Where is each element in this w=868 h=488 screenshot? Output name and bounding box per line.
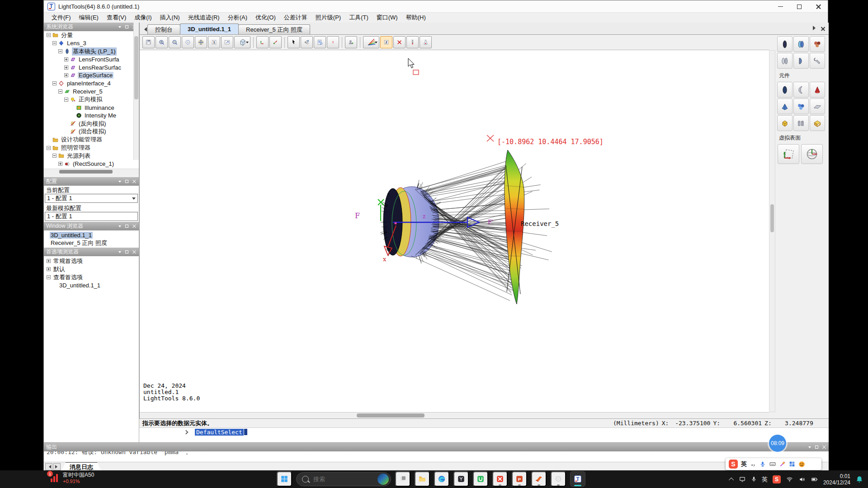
expander-minus-icon[interactable]: [52, 41, 57, 45]
component-box[interactable]: [810, 115, 825, 131]
expander-minus-icon[interactable]: [47, 33, 51, 37]
tool-solid-spheres[interactable]: [810, 36, 825, 52]
tool-asphere[interactable]: [793, 53, 809, 69]
menu-tolerance[interactable]: 公差计算: [280, 13, 311, 22]
zoom-actual-button[interactable]: 1: [208, 36, 220, 48]
dummy-sphere-tool[interactable]: [801, 144, 823, 164]
panel-close-button[interactable]: [821, 444, 827, 450]
menu-optimization[interactable]: 优化(O): [251, 13, 280, 22]
menu-help[interactable]: 帮助(H): [402, 13, 430, 22]
keyboard-icon[interactable]: [769, 461, 776, 467]
select-button[interactable]: [288, 36, 300, 48]
component-lens[interactable]: [777, 82, 793, 98]
matlab-button[interactable]: [531, 471, 547, 487]
component-cube[interactable]: [777, 115, 793, 131]
menu-insert[interactable]: 插入(N): [156, 13, 184, 22]
panel-close-button[interactable]: [131, 178, 137, 185]
volume-icon[interactable]: [798, 476, 806, 483]
notification-bell-icon[interactable]: [855, 475, 863, 483]
tool-utilities[interactable]: [810, 53, 825, 69]
expander-plus-icon[interactable]: [47, 267, 51, 271]
tool-lens-pair[interactable]: [777, 53, 793, 69]
close-button[interactable]: [809, 0, 828, 13]
dark-app-button[interactable]: [453, 471, 469, 487]
tree-item-lighting-manager[interactable]: 照明管理器: [44, 144, 139, 152]
panel-pin-button[interactable]: [123, 24, 130, 30]
fit-view-button[interactable]: [221, 36, 233, 48]
component-cylinders[interactable]: [793, 115, 809, 131]
stock-widget[interactable]: 1 富时中国A50 +0.91%: [50, 472, 94, 484]
tab-scroll-left-button[interactable]: [141, 26, 147, 33]
menu-analysis[interactable]: 分析(A): [224, 13, 251, 22]
menu-photorealistic[interactable]: 照片级(P): [311, 13, 345, 22]
tree-item-lens-front-surface[interactable]: LensFrontSurfa: [44, 55, 139, 63]
tree-item-lens-rear-surface[interactable]: LensRearSurfac: [44, 63, 139, 71]
panel-close-button[interactable]: [131, 249, 137, 255]
skin-wand-icon[interactable]: [779, 461, 786, 467]
microphone-icon[interactable]: [760, 461, 766, 467]
menu-imaging[interactable]: 成像(I): [130, 13, 156, 22]
file-explorer-button[interactable]: [415, 471, 430, 487]
menu-file[interactable]: 文件(F): [47, 13, 75, 22]
monitor-icon[interactable]: [739, 476, 746, 483]
panel-pin-button[interactable]: [123, 178, 130, 185]
view-3d-button[interactable]: [234, 36, 250, 48]
close-tab-button[interactable]: [821, 27, 825, 31]
tree-item-design-feature-manager[interactable]: 设计功能管理器: [44, 136, 139, 144]
component-plane[interactable]: [810, 99, 825, 114]
component-prism[interactable]: [777, 99, 793, 114]
powerpoint-button[interactable]: P: [512, 471, 527, 487]
tab-3d-view[interactable]: 3D_untitled.1_1: [180, 23, 239, 34]
panel-menu-button[interactable]: [116, 249, 123, 255]
start-button[interactable]: [277, 471, 292, 487]
tree-item-source-list[interactable]: 光源列表: [44, 152, 139, 160]
expander-minus-icon[interactable]: [52, 154, 57, 158]
simulate-button[interactable]: [363, 36, 379, 48]
panel-menu-button[interactable]: [116, 178, 123, 185]
tray-overflow-button[interactable]: [729, 477, 734, 482]
log-scroll-left-button[interactable]: [45, 463, 52, 470]
trace-rays-button[interactable]: [301, 36, 313, 48]
tab-receiver-illuminance[interactable]: Receiver_5 正向 照度: [238, 24, 310, 34]
report-button[interactable]: [314, 36, 326, 48]
tree-item-reverse-simulation[interactable]: (反向模拟): [44, 120, 139, 128]
tab-console[interactable]: 控制台: [147, 24, 180, 34]
viewport-horizontal-scrollbar[interactable]: [140, 412, 769, 418]
expander-plus-icon[interactable]: [58, 162, 62, 166]
emoji-icon[interactable]: [798, 461, 805, 468]
panel-pin-button[interactable]: [123, 249, 130, 255]
expander-minus-icon[interactable]: [58, 49, 62, 53]
expander-plus-icon[interactable]: [64, 57, 68, 61]
pan-button[interactable]: [195, 36, 207, 48]
sogou-tray-icon[interactable]: S: [773, 475, 781, 483]
component-reflector[interactable]: [810, 82, 825, 98]
sogou-logo[interactable]: S: [729, 460, 738, 469]
tree-item-rect-source-1[interactable]: (RectSource_1): [44, 160, 139, 168]
log-scroll-right-button[interactable]: [53, 463, 61, 470]
panel-menu-button[interactable]: [116, 223, 123, 230]
tree-vertical-scrollbar[interactable]: [133, 23, 139, 160]
menu-window[interactable]: 窗口(W): [373, 13, 402, 22]
viewport-vertical-scrollbar[interactable]: [769, 50, 775, 412]
task-view-button[interactable]: [395, 471, 410, 487]
abort-button[interactable]: [393, 36, 406, 48]
pref-item-view-preferences[interactable]: 查看首选项: [44, 273, 139, 282]
measure-button[interactable]: [420, 36, 432, 48]
window-item-3d-view-window[interactable]: 3D_untitled.1_1: [44, 231, 139, 239]
tree-item-intensity-mesh[interactable]: Intensity Me: [44, 112, 139, 120]
tree-item-plane-interface-4[interactable]: planeInterface_4: [44, 80, 139, 88]
tree-horizontal-scrollbar[interactable]: [44, 169, 139, 174]
expander-plus-icon[interactable]: [64, 73, 68, 77]
command-input-value[interactable]: DefaultSelect: [195, 429, 244, 436]
toolbox-grid-icon[interactable]: [789, 461, 795, 467]
tree-item-receiver-5[interactable]: Receiver_5: [44, 88, 139, 96]
tree-item-forward-simulation[interactable]: 正向模拟: [44, 95, 139, 103]
tree-item-illuminance[interactable]: Illuminance: [44, 103, 139, 112]
component-spheres[interactable]: [793, 99, 809, 114]
expander-minus-icon[interactable]: [58, 89, 62, 94]
pref-item-general-preferences[interactable]: 常规首选项: [44, 257, 139, 265]
battery-icon[interactable]: [811, 476, 818, 483]
menu-raytrace[interactable]: 光线追迹(R): [184, 13, 224, 22]
taskbar-clock[interactable]: 0:01 2024/12/24: [823, 473, 850, 486]
green-app-button[interactable]: [473, 471, 488, 487]
